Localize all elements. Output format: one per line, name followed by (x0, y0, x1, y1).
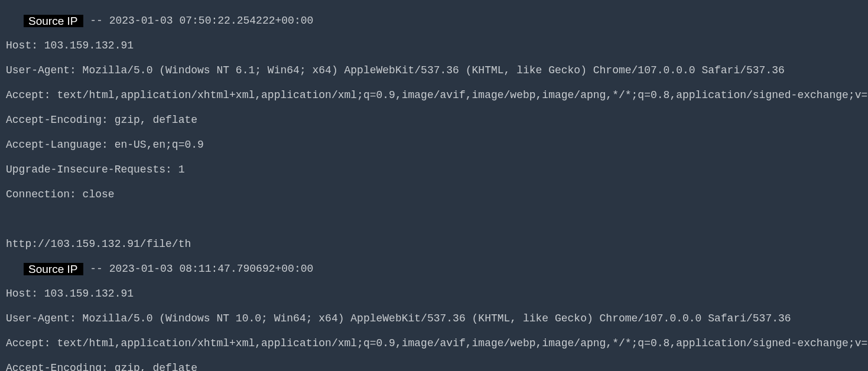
header-line: Accept: text/html,application/xhtml+xml,… (6, 89, 862, 102)
header-line: Host: 103.159.132.91 (6, 40, 862, 52)
header-line: Accept-Language: en-US,en;q=0.9 (6, 139, 862, 151)
log-line: Source IP -- 2023-01-03 08:11:47.790692+… (6, 263, 862, 275)
header-line: User-Agent: Mozilla/5.0 (Windows NT 6.1;… (6, 64, 862, 77)
log-line: Source IP -- 2023-01-03 07:50:22.254222+… (6, 15, 862, 27)
source-ip-badge: Source IP (24, 15, 83, 27)
header-line: Connection: close (6, 188, 862, 201)
terminal-output: Source IP -- 2023-01-03 07:50:22.254222+… (0, 0, 868, 371)
header-line: Accept-Encoding: gzip, deflate (6, 362, 862, 371)
blank-line (6, 213, 862, 226)
header-line: Host: 103.159.132.91 (6, 288, 862, 300)
url-line: http://103.159.132.91/file/th (6, 238, 862, 250)
source-ip-badge: Source IP (24, 263, 83, 275)
header-line: User-Agent: Mozilla/5.0 (Windows NT 10.0… (6, 313, 862, 325)
timestamp: -- 2023-01-03 08:11:47.790692+00:00 (83, 263, 313, 275)
timestamp: -- 2023-01-03 07:50:22.254222+00:00 (83, 15, 313, 27)
header-line: Accept-Encoding: gzip, deflate (6, 114, 862, 126)
header-line: Upgrade-Insecure-Requests: 1 (6, 164, 862, 176)
header-line: Accept: text/html,application/xhtml+xml,… (6, 337, 862, 350)
